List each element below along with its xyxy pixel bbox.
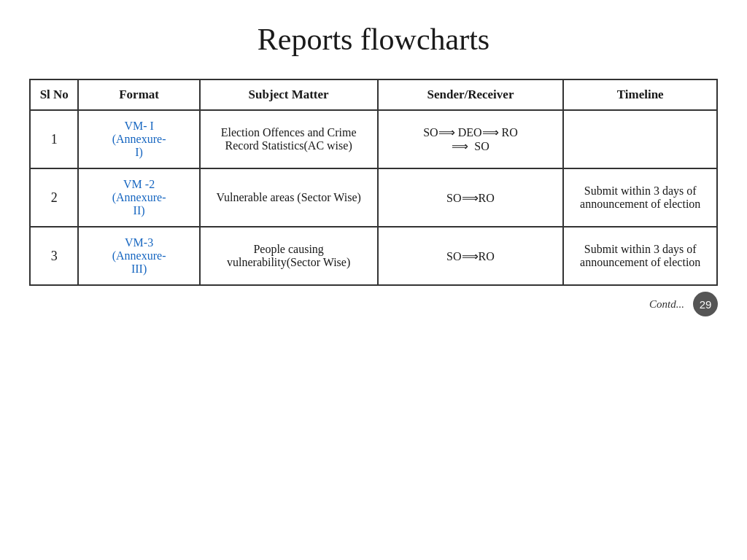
cell-timeline-3: Submit within 3 days of announcement of …: [563, 227, 717, 285]
cell-sender-1: SO⟹ DEO⟹ RO⟹ SO: [378, 110, 564, 168]
col-header-timeline: Timeline: [563, 79, 717, 110]
cell-sender-3: SO⟹RO: [378, 227, 564, 285]
reports-table: Sl No Format Subject Matter Sender/Recei…: [29, 79, 718, 286]
col-header-sl: Sl No: [30, 79, 78, 110]
col-header-format: Format: [78, 79, 199, 110]
cell-subject-2: Vulnerable areas (Sector Wise): [200, 168, 378, 227]
table-row: 3 VM-3(Annexure-III) People causing vuln…: [30, 227, 717, 285]
cell-sl-2: 2: [30, 168, 78, 227]
cell-subject-3: People causing vulnerability(Sector Wise…: [200, 227, 378, 285]
table-row: 1 VM- I(Annexure-I) Election Offences an…: [30, 110, 717, 168]
table-row: 2 VM -2(Annexure-II) Vulnerable areas (S…: [30, 168, 717, 227]
footer: Contd... 29: [29, 292, 718, 316]
page-number: 29: [693, 292, 718, 316]
contd-label: Contd...: [649, 298, 684, 311]
cell-timeline-1: [563, 110, 717, 168]
cell-format-2: VM -2(Annexure-II): [78, 168, 199, 227]
cell-sl-1: 1: [30, 110, 78, 168]
col-header-sender: Sender/Receiver: [378, 79, 564, 110]
cell-format-3: VM-3(Annexure-III): [78, 227, 199, 285]
page-title: Reports flowcharts: [258, 22, 489, 57]
cell-subject-1: Election Offences and Crime Record Stati…: [200, 110, 378, 168]
cell-sl-3: 3: [30, 227, 78, 285]
table-header-row: Sl No Format Subject Matter Sender/Recei…: [30, 79, 717, 110]
cell-format-1: VM- I(Annexure-I): [78, 110, 199, 168]
cell-sender-2: SO⟹RO: [378, 168, 564, 227]
col-header-subject: Subject Matter: [200, 79, 378, 110]
cell-timeline-2: Submit within 3 days of announcement of …: [563, 168, 717, 227]
table-wrapper: Sl No Format Subject Matter Sender/Recei…: [29, 79, 718, 286]
